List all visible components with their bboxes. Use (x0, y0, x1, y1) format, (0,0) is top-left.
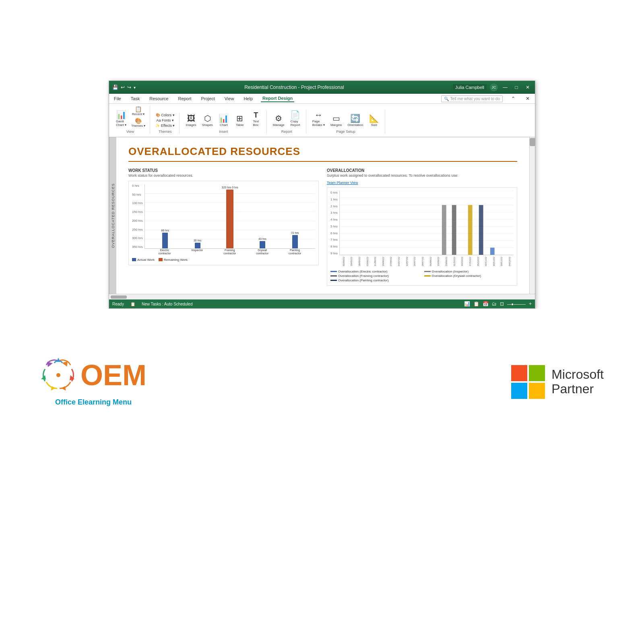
close-button[interactable]: ✕ (524, 83, 532, 91)
bar-chart-container: 350 hrs 300 hrs 250 hrs 200 hrs 150 hrs … (128, 181, 319, 265)
status-task-mode: New Tasks : Auto Scheduled (142, 302, 193, 306)
horizontal-scrollbar[interactable] (109, 294, 535, 299)
legend-actual-color (132, 258, 136, 261)
h-scrollbar-thumb[interactable] (111, 295, 127, 299)
menu-resource[interactable]: Resource (148, 95, 170, 102)
ribbon-group-report: ⚙ Manage 📄 CopyReport Report (269, 109, 306, 134)
oem-text-row: OEM (40, 357, 147, 393)
scrollbar-thumb[interactable] (530, 138, 535, 146)
images-button[interactable]: 🖼 Images (184, 113, 198, 128)
menu-report-design[interactable]: Report Design (261, 95, 294, 102)
overallocation-title: OVERALLOCATION (327, 168, 517, 173)
overallocation-subtitle: Surplus work assigned to overallocated r… (327, 173, 517, 178)
team-planner-link[interactable]: Team Planner View (327, 181, 517, 185)
svg-point-23 (56, 373, 60, 377)
table-icon: ⊞ (236, 114, 243, 122)
ms-partner-logo: Microsoft Partner (511, 365, 604, 399)
ms-square-yellow (529, 383, 545, 399)
task-view-icon[interactable]: 📋 (473, 301, 479, 307)
svg-rect-18 (442, 205, 446, 255)
report-sections: WORK STATUS Work status for overallocate… (128, 168, 517, 286)
ribbon-group-view: 📊 GanttChart ▾ 📋 Recent ▾ 🎨 Themes ▾ (112, 105, 150, 134)
mid-whitespace (0, 309, 644, 333)
fonts-button[interactable]: Aa Fonts ▾ (154, 118, 176, 123)
overallocation-section: OVERALLOCATION Surplus work assigned to … (327, 168, 517, 286)
menu-view[interactable]: View (223, 95, 236, 102)
ribbon-group-themes: 🎨 Colors ▾ Aa Fonts ▾ ✨ Effects ▾ Themes (153, 113, 180, 134)
table-button[interactable]: ⊞ Table (233, 113, 247, 128)
legend-painting-line: Overallocation (Painting contractor) (330, 279, 420, 282)
svg-rect-19 (452, 205, 456, 255)
redo-icon[interactable]: ↪ (127, 85, 131, 90)
gantt-view-icon[interactable]: 📊 (464, 301, 470, 307)
ribbon-minimize[interactable]: ⌃ (509, 95, 517, 103)
logos-area: OEM Office Elearning Menu Microsoft Part… (0, 333, 644, 431)
sidebar-vertical-label: OVERALLOCATED RESOURCES (109, 137, 116, 294)
vertical-scrollbar[interactable] (529, 137, 535, 294)
legend-drywall-line: Overallocation (Drywall contractor) (424, 274, 514, 278)
recent-icon: 📋 (135, 106, 142, 112)
themes-button[interactable]: 🎨 Themes ▾ (130, 117, 147, 128)
menu-report[interactable]: Report (176, 95, 193, 102)
zoom-in[interactable]: + (529, 301, 532, 307)
bar-painting: 72 hrs (279, 231, 311, 248)
menu-help[interactable]: Help (242, 95, 254, 102)
ms-partner-text: Microsoft Partner (551, 367, 604, 396)
line-chart-inner: 9 hrs 8 hrs 7 hrs 6 hrs 5 hrs 4 hrs 3 hr… (330, 191, 514, 255)
status-right: 📊 📋 📅 🗂 ⊡ —●——— + (464, 301, 532, 307)
x-label-electric: Electriccontractor (149, 249, 181, 256)
copy-report-button[interactable]: 📄 CopyReport (288, 109, 303, 128)
window-close-2[interactable]: ✕ (524, 95, 532, 103)
ribbon-group-pagesetup: ↔ PageBreaks ▾ ▭ Margins 🔄 Orientation 📐… (309, 109, 385, 134)
legend-drywall-color (424, 275, 431, 277)
search-bar[interactable]: 🔍 Tell me what you want to do (441, 95, 503, 102)
legend-framing-line: Overallocation (Framing contractor) (330, 274, 420, 278)
x-label-inspector: Inspector (181, 249, 214, 256)
svg-rect-21 (479, 205, 483, 255)
bar-chart-legend: Actual Work Remaining Work (132, 258, 315, 262)
menu-project[interactable]: Project (199, 95, 216, 102)
pagesetup-group-label: Page Setup (310, 130, 382, 134)
colors-button[interactable]: 🎨 Colors ▾ (154, 113, 176, 118)
zoom-slider[interactable]: —●——— (507, 302, 526, 306)
size-button[interactable]: 📐 Size (367, 113, 382, 128)
undo-icon[interactable]: ↩ (121, 85, 125, 90)
minimize-button[interactable]: — (501, 83, 509, 91)
orientation-button[interactable]: 🔄 Orientation (345, 113, 365, 128)
content-wrapper: OVERALLOCATED RESOURCES OVERALLOCATED RE… (109, 137, 535, 294)
recent-button[interactable]: 📋 Recent ▾ (130, 105, 147, 116)
manage-button[interactable]: ⚙ Manage (271, 113, 287, 128)
network-view-icon[interactable]: 🗂 (492, 301, 497, 307)
ms-square-green (529, 365, 545, 381)
svg-rect-20 (468, 205, 473, 255)
legend-inspector-color (424, 271, 431, 272)
bar-chart-y-axis: 350 hrs 300 hrs 250 hrs 200 hrs 150 hrs … (132, 184, 143, 249)
chart-icon: 📊 (219, 114, 229, 122)
bar-framing-remaining (226, 190, 233, 248)
save-icon[interactable]: 💾 (112, 85, 118, 90)
calendar-view-icon[interactable]: 📅 (483, 301, 489, 307)
legend-framing-color (330, 275, 337, 277)
shapes-button[interactable]: ⬡ Shapes (200, 113, 215, 128)
margins-button[interactable]: ▭ Margins (328, 113, 344, 128)
line-chart-y: 9 hrs 8 hrs 7 hrs 6 hrs 5 hrs 4 hrs 3 hr… (330, 191, 338, 255)
textbox-button[interactable]: T TextBox (249, 110, 263, 128)
page-breaks-button[interactable]: ↔ PageBreaks ▾ (310, 109, 327, 128)
view-group-label: View (114, 130, 147, 134)
effects-button[interactable]: ✨ Effects ▾ (154, 123, 176, 128)
report-content: OVERALLOCATED RESOURCES WORK STATUS Work… (116, 137, 529, 294)
user-avatar: JC (490, 83, 498, 91)
page-breaks-icon: ↔ (314, 111, 322, 119)
chart-button[interactable]: 📊 Chart (217, 113, 231, 128)
maximize-button[interactable]: □ (512, 83, 520, 91)
layout-icon[interactable]: ⊡ (500, 301, 504, 307)
menu-task[interactable]: Task (129, 95, 142, 102)
manage-icon: ⚙ (275, 114, 282, 122)
report-title: OVERALLOCATED RESOURCES (128, 145, 517, 162)
bar-chart-plot: 86 hrs (144, 184, 315, 249)
gantt-chart-button[interactable]: 📊 GanttChart ▾ (114, 109, 128, 128)
menu-file[interactable]: File (112, 95, 123, 102)
legend-inspector-line: Overallocation (Inspector) (424, 270, 514, 273)
bar-inspector-actual (195, 243, 200, 248)
window-title: Residential Construction - Project Profe… (136, 85, 453, 90)
